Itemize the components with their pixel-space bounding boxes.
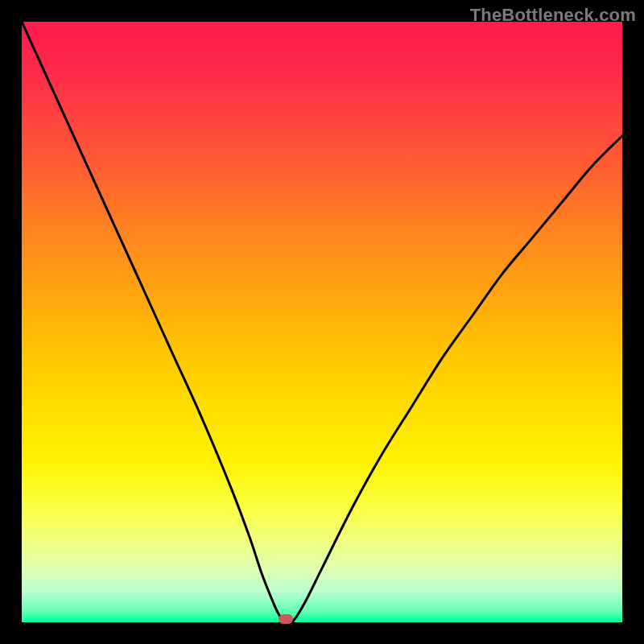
plot-area xyxy=(22,22,622,622)
minimum-marker xyxy=(279,614,293,624)
chart-frame: TheBottleneck.com xyxy=(0,0,644,644)
bottleneck-curve xyxy=(22,22,622,622)
